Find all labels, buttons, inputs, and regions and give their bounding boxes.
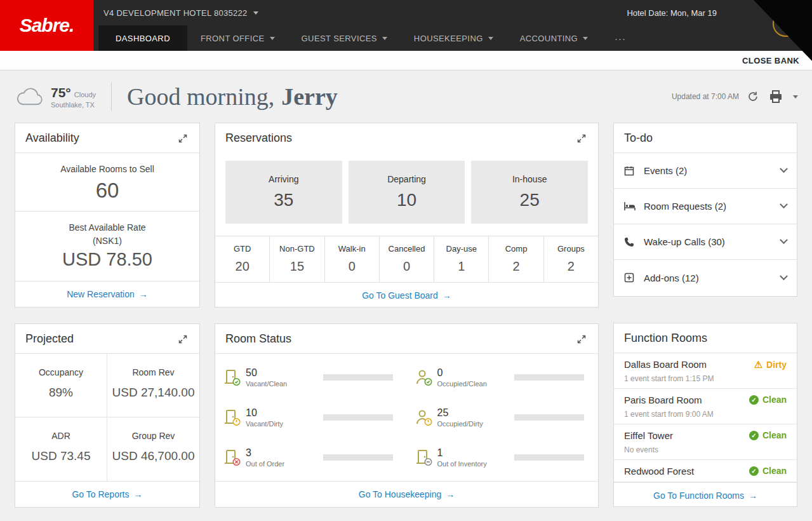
room-rev-cell: Room Rev USD 27,140.00 — [107, 354, 199, 417]
bed-icon — [624, 201, 636, 211]
chevron-down-icon[interactable] — [780, 165, 788, 173]
todo-item-wakeup-calls[interactable]: Wake-up Calls (30) — [614, 224, 797, 260]
arriving-label: Arriving — [269, 174, 298, 184]
in-house-tile[interactable]: In-house 25 — [471, 161, 588, 224]
todo-item-events-label: Events (2) — [644, 165, 687, 176]
available-rooms-block: Available Rooms to Sell 60 — [15, 153, 199, 211]
go-to-reports-link[interactable]: Go To Reports → — [68, 489, 146, 500]
group-rev-cell: Group Rev USD 46,700.00 — [107, 417, 199, 481]
arrow-right-icon: → — [443, 290, 451, 301]
out-of-inventory-label: Out of Inventory — [437, 460, 493, 468]
out-of-inventory-icon — [415, 449, 434, 466]
column-left: Availability Available Rooms to Sell 60 … — [15, 123, 200, 508]
todo-item-add-ons[interactable]: Add-ons (12) — [614, 260, 797, 295]
weather-location: Southlake, TX — [51, 101, 96, 109]
sabre-logo-text: Sabre. — [20, 15, 74, 36]
refresh-button[interactable] — [746, 90, 760, 104]
occupied-dirty-row: 25 Occupied/Dirty — [407, 407, 599, 428]
chevron-down-icon — [270, 37, 275, 40]
function-room-row-paris: Paris Board Room 1 event start from 9:00… — [614, 389, 797, 424]
room-status-body: 50 Vacant/Clean 10 Vacant/Dirty — [215, 354, 598, 481]
availability-expand-button[interactable] — [176, 132, 189, 145]
projected-card: Projected Occupancy 89% Room Rev USD 27,… — [15, 323, 200, 508]
hotel-date: Hotel Date: Mon, Mar 19 — [627, 8, 717, 18]
temperature: 75° — [51, 85, 71, 100]
function-room-name: Dallas Board Room — [624, 359, 714, 370]
nav-more-button[interactable]: ··· — [601, 25, 639, 51]
arriving-tile[interactable]: Arriving 35 — [225, 161, 342, 224]
expand-icon — [576, 133, 587, 144]
vacant-clean-icon — [223, 369, 242, 386]
function-room-subtext: 1 event start from 9:00 AM — [624, 410, 714, 419]
stat-cancelled: Cancelled 0 — [380, 236, 434, 282]
projected-title: Projected — [25, 332, 74, 346]
stat-day-use: Day-use 1 — [434, 236, 489, 282]
warning-icon: ⚠ — [754, 359, 762, 370]
available-rooms-value: 60 — [15, 179, 199, 203]
arrow-right-icon: → — [446, 489, 455, 499]
out-of-inventory-bar — [514, 454, 584, 461]
in-house-value: 25 — [520, 190, 540, 210]
reservations-kpi-boxes: Arriving 35 Departing 10 In-house 25 — [215, 152, 598, 236]
vacant-clean-bar — [323, 374, 393, 381]
vacant-dirty-count: 10 — [246, 407, 302, 419]
chevron-down-icon — [382, 37, 387, 40]
salutation-text: Good morning, — [127, 83, 274, 111]
out-of-order-count: 3 — [246, 447, 302, 459]
go-to-function-rooms-link[interactable]: Go To Function Rooms → — [649, 490, 761, 501]
reservations-expand-button[interactable] — [575, 132, 588, 145]
go-to-guest-board-link[interactable]: Go To Guest Board → — [358, 290, 455, 301]
print-options-button[interactable] — [792, 94, 799, 100]
weather-text: 75° Cloudy Southlake, TX — [51, 85, 96, 109]
nav-tab-housekeeping[interactable]: HOUSEKEEPING — [401, 25, 507, 51]
occupied-dirty-icon — [415, 409, 434, 426]
divider — [111, 82, 112, 111]
chevron-down-icon[interactable] — [780, 236, 788, 244]
occupied-dirty-bar — [514, 414, 584, 421]
occupancy-cell: Occupancy 89% — [15, 354, 107, 417]
user-name: Jerry — [281, 83, 338, 111]
chevron-down-icon — [583, 37, 588, 40]
nav-tab-dashboard[interactable]: DASHBOARD — [98, 25, 187, 51]
new-reservation-link[interactable]: New Reservation → — [63, 288, 152, 300]
nav-tab-accounting[interactable]: ACCOUNTING — [507, 25, 601, 51]
chevron-down-icon — [253, 11, 258, 15]
status-badge: ⚠ Dirty — [754, 359, 787, 370]
stat-walk-in: Walk-in 0 — [325, 236, 380, 282]
property-selector[interactable]: V4 DEVELOPMENT HOTEL 8035222 — [100, 8, 262, 18]
function-room-subtext: No events — [624, 445, 673, 454]
adr-value: USD 73.45 — [15, 449, 107, 463]
go-to-housekeeping-link[interactable]: Go To Housekeeping → — [355, 489, 459, 500]
weather-widget: 75° Cloudy Southlake, TX — [15, 85, 96, 109]
todo-item-events[interactable]: Events (2) — [614, 153, 797, 189]
column-middle: Reservations Arriving 35 Departing 10 — [215, 123, 599, 508]
function-room-name: Eiffel Tower — [624, 430, 673, 441]
close-bank-button[interactable]: CLOSE BANK — [738, 55, 803, 66]
reservations-stats-row: GTD 20 Non-GTD 15 Walk-in 0 Cancelled 0 … — [215, 236, 598, 282]
todo-card: To-do Events (2) Room Requests (2) — [613, 123, 797, 297]
out-of-inventory-row: 1 Out of Inventory — [407, 447, 599, 468]
departing-tile[interactable]: Departing 10 — [349, 161, 465, 224]
occupancy-label: Occupancy — [15, 367, 107, 377]
weather-condition: Cloudy — [74, 91, 96, 98]
column-right: To-do Events (2) Room Requests (2) — [613, 123, 797, 508]
expand-icon — [178, 133, 188, 144]
nav-tab-accounting-label: ACCOUNTING — [520, 34, 578, 43]
projected-expand-button[interactable] — [176, 333, 189, 346]
todo-item-room-requests[interactable]: Room Requests (2) — [614, 189, 797, 224]
room-status-card: Room Status 50 Vacant/Clean — [215, 323, 599, 508]
nav-tab-front-office[interactable]: FRONT OFFICE — [187, 25, 288, 51]
print-button[interactable] — [767, 88, 785, 105]
best-rate-plan-code: (NSK1) — [15, 234, 199, 247]
chevron-down-icon — [793, 95, 798, 98]
sabre-logo[interactable]: Sabre. — [0, 0, 93, 51]
function-room-row-eiffel: Eiffel Tower No events ✓ Clean — [614, 424, 797, 460]
availability-title: Availability — [25, 132, 79, 145]
occupied-clean-label: Occupied/Clean — [437, 380, 493, 388]
go-to-reports-label: Go To Reports — [72, 489, 129, 499]
nav-tab-guest-services[interactable]: GUEST SERVICES — [288, 25, 401, 51]
room-status-expand-button[interactable] — [575, 333, 588, 346]
add-on-icon — [624, 273, 636, 283]
chevron-down-icon[interactable] — [780, 272, 788, 280]
chevron-down-icon[interactable] — [780, 200, 788, 208]
